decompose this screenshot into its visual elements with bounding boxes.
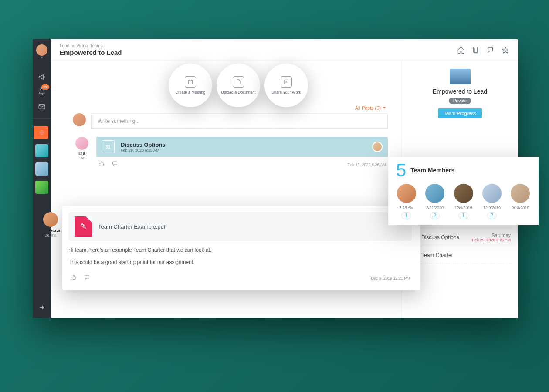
member[interactable]: 12/9/20192 xyxy=(480,184,504,219)
content-row: Create a Meeting Upload a Document Share… xyxy=(51,61,518,318)
like-button[interactable] xyxy=(70,274,77,282)
docs-icon[interactable] xyxy=(471,46,480,54)
star-icon[interactable] xyxy=(501,46,510,54)
svg-rect-4 xyxy=(188,80,192,84)
calendar-icon xyxy=(185,76,196,88)
share-icon xyxy=(281,76,292,88)
breadcrumb: Leading Virtual Teams xyxy=(60,44,122,48)
notif-badge: 12 xyxy=(41,84,49,90)
svg-point-6 xyxy=(286,81,287,82)
member[interactable]: 2/21/20202 xyxy=(423,184,447,219)
share-work-button[interactable]: Share Your Work xyxy=(264,64,308,107)
privacy-badge: Private xyxy=(449,98,471,104)
attendee-avatar xyxy=(372,142,383,152)
header: Leading Virtual Teams Empowered to Lead xyxy=(51,39,518,61)
comment-button[interactable] xyxy=(84,274,90,282)
compose-row: Write something... xyxy=(73,113,388,129)
workspace-thumb-2[interactable] xyxy=(35,144,48,157)
document-icon xyxy=(233,76,244,88)
file-attachment[interactable]: ✎ Team Charter Example.pdf xyxy=(68,212,412,241)
post-lia: Lia Tan 31 Discuss Options Feb 29, 2020 … xyxy=(73,137,388,172)
post-rebecca: Rebecca Bellina ✎ Team Charter Example.p… xyxy=(62,206,420,290)
announce-icon[interactable] xyxy=(37,72,47,82)
members-card: 5 Team Members 8:45 AM1 2/21/20202 12/9/… xyxy=(388,157,539,225)
timestamp: Feb 13, 2020 6:26 AM xyxy=(347,162,386,167)
member[interactable]: 12/9/20191 xyxy=(451,184,475,219)
svg-rect-0 xyxy=(39,105,45,109)
avatar[interactable] xyxy=(75,137,88,150)
chat-icon[interactable] xyxy=(486,46,495,54)
comment-button[interactable] xyxy=(112,160,118,169)
workspace-thumb-3[interactable] xyxy=(35,162,48,176)
expand-rail-icon[interactable] xyxy=(38,299,45,318)
quick-actions: Create a Meeting Upload a Document Share… xyxy=(169,64,308,107)
upload-doc-button[interactable]: Upload a Document xyxy=(217,64,260,107)
main-area: Leading Virtual Teams Empowered to Lead … xyxy=(51,39,518,318)
rail-divider xyxy=(33,118,51,119)
notifications-icon[interactable]: 12 xyxy=(37,87,47,97)
compose-avatar xyxy=(73,113,86,126)
todo-item[interactable]: Discuss Options SaturdayFeb 29, 2020 6:2… xyxy=(407,228,512,247)
member[interactable]: 8:45 AM1 xyxy=(394,184,418,219)
team-name: Empowered to Lead xyxy=(407,88,512,95)
members-row: 8:45 AM1 2/21/20202 12/9/20191 12/9/2019… xyxy=(394,184,532,219)
member[interactable]: 9/18/2019 xyxy=(508,184,532,219)
compose-input[interactable]: Write something... xyxy=(91,113,388,129)
app-window: 12 Leading Virtual Teams Empowered to Le… xyxy=(33,39,518,318)
feed: Create a Meeting Upload a Document Share… xyxy=(51,61,401,318)
home-icon[interactable] xyxy=(457,46,465,54)
page-title: Empowered to Lead xyxy=(60,49,122,56)
team-thumbnail xyxy=(450,69,471,84)
mail-icon[interactable] xyxy=(37,102,47,112)
create-meeting-button[interactable]: Create a Meeting xyxy=(169,64,212,107)
team-progress-button[interactable]: Team Progress xyxy=(438,108,482,118)
todo-item[interactable]: Team Charter xyxy=(407,247,512,264)
svg-rect-8 xyxy=(85,275,89,278)
like-button[interactable] xyxy=(98,160,105,169)
timestamp: Dec 9, 2019 12:21 PM xyxy=(371,276,410,280)
user-avatar[interactable] xyxy=(36,44,47,56)
calendar-icon: 31 xyxy=(102,140,115,153)
svg-rect-7 xyxy=(113,162,117,165)
header-actions xyxy=(457,46,510,54)
avatar[interactable] xyxy=(43,212,58,227)
pdf-icon: ✎ xyxy=(75,216,92,237)
workspace-thumb-4[interactable] xyxy=(35,181,48,194)
workspace-thumb-1[interactable] xyxy=(35,126,48,139)
members-count: 5 xyxy=(396,161,406,179)
event-card[interactable]: 31 Discuss Options Feb 29, 2020 6:25 AM xyxy=(96,137,388,157)
